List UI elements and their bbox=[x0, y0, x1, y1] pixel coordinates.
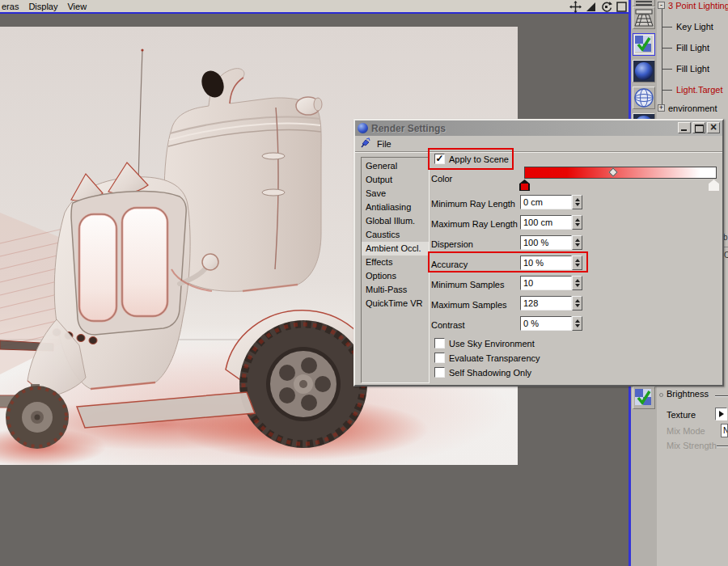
minimum-samples-label: Minimum Samples bbox=[431, 280, 504, 289]
category-ambient-occl[interactable]: Ambient Occl. bbox=[362, 242, 429, 256]
menu-item-display[interactable]: Display bbox=[23, 1, 62, 12]
pin-icon bbox=[359, 137, 370, 151]
mix-strength-label: Mix Strength bbox=[667, 441, 717, 450]
fragment-divider bbox=[724, 247, 728, 247]
menu-item-view[interactable]: View bbox=[62, 1, 91, 12]
use-sky-environment-checkbox[interactable] bbox=[434, 338, 445, 348]
minimum-samples-input[interactable] bbox=[520, 276, 572, 290]
minimize-button[interactable] bbox=[678, 122, 691, 133]
close-button[interactable] bbox=[707, 122, 720, 133]
category-save[interactable]: Save bbox=[362, 187, 429, 201]
maximum-ray-length-label: Maximum Ray Length bbox=[431, 219, 518, 229]
category-options[interactable]: Options bbox=[362, 269, 429, 283]
render-settings-dialog: Render Settings File General Output Save… bbox=[353, 119, 724, 386]
tree-item-3-point-lighting[interactable]: 3 Point Lighting bbox=[668, 1, 728, 11]
category-general[interactable]: General bbox=[362, 159, 429, 173]
accuracy-spinner[interactable] bbox=[572, 256, 582, 270]
dialog-menu-bar: File bbox=[355, 136, 722, 151]
tree-item-environment[interactable]: environment bbox=[668, 103, 717, 113]
material-texture-icon[interactable] bbox=[633, 386, 655, 409]
gradient-knot-red[interactable] bbox=[519, 180, 530, 191]
fragment-text: C bbox=[724, 251, 728, 260]
maximum-samples-label: Maximum Samples bbox=[431, 300, 507, 310]
menu-bar: eras Display View bbox=[0, 0, 629, 14]
mix-mode-label: Mix Mode bbox=[667, 426, 705, 436]
sphere-icon[interactable] bbox=[633, 60, 655, 82]
tree-tick bbox=[662, 90, 672, 91]
window-buttons bbox=[678, 122, 720, 133]
viewport-controls bbox=[569, 0, 629, 13]
minimum-ray-length-input[interactable] bbox=[520, 195, 572, 209]
category-caustics[interactable]: Caustics bbox=[362, 228, 429, 242]
tree-connector-line bbox=[662, 9, 662, 108]
texture-tag-active-icon[interactable] bbox=[633, 33, 655, 56]
menu-item-cameras[interactable]: eras bbox=[0, 1, 23, 12]
minimum-ray-length-spinner[interactable] bbox=[572, 195, 582, 209]
minimum-ray-length-label: Minimum Ray Length bbox=[431, 199, 515, 209]
color-label: Color bbox=[431, 174, 452, 184]
tree-item-fill-light-2[interactable]: Fill Light bbox=[676, 64, 709, 74]
self-shadowing-only-label: Self Shadowing Only bbox=[449, 368, 531, 378]
brightness-slider[interactable] bbox=[715, 395, 728, 397]
perspective-grid-icon[interactable] bbox=[633, 6, 655, 29]
apply-to-scene-label: Apply to Scene bbox=[449, 154, 509, 164]
dialog-title-bar[interactable]: Render Settings bbox=[355, 120, 722, 136]
evaluate-transparency-label: Evaluate Transparency bbox=[449, 353, 540, 363]
contrast-input[interactable] bbox=[520, 316, 572, 331]
brightness-bullet-icon bbox=[659, 393, 663, 397]
tree-tick bbox=[662, 48, 672, 49]
maximize-button[interactable] bbox=[692, 122, 705, 133]
tree-tick bbox=[662, 69, 672, 70]
fragment-text: b bbox=[724, 233, 728, 242]
occluded-panel-fragments: b C bbox=[724, 229, 728, 285]
mix-mode-dropdown[interactable]: No bbox=[721, 424, 728, 437]
accuracy-label: Accuracy bbox=[431, 260, 468, 269]
category-output[interactable]: Output bbox=[362, 173, 429, 187]
dispersion-label: Dispersion bbox=[431, 239, 473, 249]
brightness-label: Brightness bbox=[667, 389, 709, 399]
tree-tick bbox=[662, 27, 672, 27]
category-multi-pass[interactable]: Multi-Pass bbox=[362, 283, 429, 297]
layers-icon[interactable] bbox=[633, 0, 655, 6]
minimum-samples-spinner[interactable] bbox=[572, 276, 582, 290]
texture-arrow-button[interactable] bbox=[715, 408, 727, 420]
category-antialiasing[interactable]: Antialiasing bbox=[362, 201, 429, 214]
texture-label: Texture bbox=[667, 410, 696, 420]
color-gradient-bar[interactable] bbox=[524, 167, 717, 179]
rotate-icon[interactable] bbox=[599, 0, 613, 13]
menu-separator bbox=[355, 151, 722, 153]
maximum-samples-spinner[interactable] bbox=[572, 296, 582, 310]
dialog-menu-file[interactable]: File bbox=[377, 139, 392, 149]
scale-icon[interactable] bbox=[584, 0, 598, 13]
maximum-ray-length-spinner[interactable] bbox=[572, 215, 582, 230]
maximum-ray-length-input[interactable] bbox=[520, 215, 572, 230]
mix-strength-slider[interactable] bbox=[717, 446, 728, 447]
globe-icon[interactable] bbox=[633, 87, 655, 109]
contrast-label: Contrast bbox=[431, 320, 465, 330]
tree-expand-box[interactable]: + bbox=[658, 104, 665, 112]
gradient-knot-white[interactable] bbox=[709, 180, 719, 191]
category-list: General Output Save Antialiasing Global … bbox=[361, 157, 430, 383]
category-global-illum[interactable]: Global Illum. bbox=[362, 214, 429, 228]
category-effects[interactable]: Effects bbox=[362, 256, 429, 269]
maximize-view-icon[interactable] bbox=[615, 0, 629, 13]
accuracy-input[interactable] bbox=[520, 256, 572, 270]
maximum-samples-input[interactable] bbox=[520, 296, 572, 310]
tree-collapse-box[interactable]: - bbox=[658, 2, 665, 9]
contrast-spinner[interactable] bbox=[572, 316, 582, 331]
move-icon[interactable] bbox=[569, 0, 582, 13]
tree-item-key-light[interactable]: Key Light bbox=[676, 22, 713, 32]
dialog-app-icon bbox=[358, 123, 368, 133]
dispersion-spinner[interactable] bbox=[572, 235, 582, 250]
self-shadowing-only-checkbox[interactable] bbox=[434, 367, 445, 378]
category-quicktime-vr[interactable]: QuickTime VR bbox=[362, 297, 429, 310]
tree-item-fill-light-1[interactable]: Fill Light bbox=[676, 43, 709, 53]
apply-to-scene-checkbox[interactable] bbox=[434, 154, 445, 164]
tree-item-light-target[interactable]: Light.Target bbox=[676, 85, 722, 95]
use-sky-environment-label: Use Sky Environment bbox=[449, 339, 535, 348]
dispersion-input[interactable] bbox=[520, 235, 572, 250]
dialog-title: Render Settings bbox=[371, 123, 446, 134]
evaluate-transparency-checkbox[interactable] bbox=[434, 353, 445, 363]
